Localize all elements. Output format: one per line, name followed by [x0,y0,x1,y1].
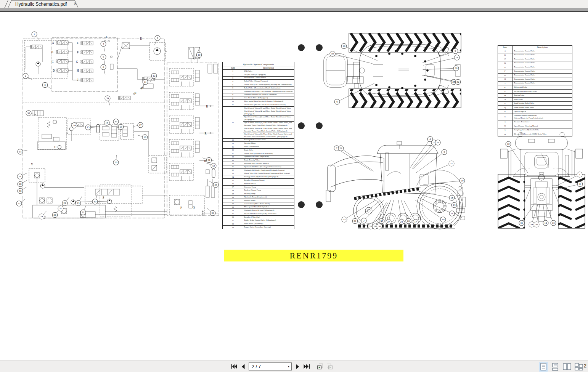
schematic-letter-label: K [140,37,142,40]
component-row: 2Creeper Valve (If Equipped) [223,73,294,76]
legend-description: Quick Couplers [512,109,572,114]
callout-leader [206,163,211,165]
component-item: 15 [223,145,243,149]
next-view-button[interactable] [326,362,333,371]
media-number-banner: RENR1799 [224,250,403,261]
component-row: 6Relief Valve (Transmission Clutch Lubri… [223,86,294,90]
component-row: 33Three-point Hitch Lift Cylinders [223,205,294,209]
tab-close-icon[interactable]: ✕ [74,2,77,6]
component-item: 36 [223,215,243,219]
component-item: 11 [223,103,243,106]
schematic-letter-label: B [51,50,53,54]
component-description: Breather (Filler Cap) [243,215,294,219]
next-view-icon [326,363,333,370]
registration-dot [298,122,305,129]
component-item: 3 [223,76,243,80]
component-row: 18Hydraulic Oil Filter (Implement) [223,155,294,159]
callout-leader [91,128,96,128]
component-row: 7Hydraulic Oil Cooler (Steering and Tran… [223,90,294,93]
legend-description: Pressure Transducer [512,120,572,124]
legend-row: RQuick Couplers [498,109,572,114]
component-item: 7 [223,90,243,93]
legend-row: MBearing Lube [498,93,572,98]
component-row: 22Hydraulic Oil Cooler (Implement Hydrau… [223,168,294,172]
callout-leader [424,75,455,82]
component-description: Hyd. Control Valves (4), Three-Point Hit… [243,127,294,133]
single-page-view-button[interactable] [539,362,548,372]
legend-item: Q [498,106,512,110]
component-row: 10Three-point Hitch Steering Cylinders (… [223,100,294,103]
continuous-scroll-view-button[interactable] [551,362,560,372]
component-row: 13Parking Brake Control Valve [223,138,294,142]
callout-number: 19 [120,125,122,128]
callout-number: 34 [530,223,533,226]
page-number-combobox[interactable]: 2 / 7 ▼ [249,362,292,370]
first-page-icon [231,364,237,369]
component-item: 27 [223,185,243,189]
component-row: 24Ecology Drain (Hydraulic Oil) (If Equi… [223,175,294,179]
tab-title[interactable]: Hydraulic Schematics.pdf [15,2,67,7]
callout-leader [22,187,27,189]
callout-number: 36 [19,189,22,192]
callout-leader [138,135,142,137]
next-page-button[interactable] [294,362,301,371]
callout-number: 6 [103,66,104,68]
callout-leader [22,180,27,183]
callout-number: 5 [103,55,104,58]
component-description: Check Valve (Oil Cooler Bypass) (Impleme… [243,172,294,175]
legend-description: Elevated Oil Reservoir (EOR) [512,89,572,93]
component-row: 16Brake Valve [223,148,294,152]
callout-leader [401,200,408,218]
component-row: 26Suction Screen [223,182,294,185]
callout-leader [347,200,375,218]
callout-leader [422,75,451,82]
component-row: 31Ecology Bottle [223,199,294,202]
callout-leader [23,150,28,151]
two-page-scroll-view-button[interactable] [574,362,583,372]
legend-row: DTransmission Control Valve [498,61,572,65]
callout-number: 15 [87,126,90,128]
previous-view-button[interactable] [317,362,324,371]
legend-description: Transmission Control Valve [512,65,572,69]
component-item: 17 [223,152,243,155]
legend-description: Transmission Control Valve [512,77,572,82]
two-page-view-button[interactable] [562,362,572,372]
component-row: 28Tandem Charge Pump [223,189,294,192]
page-number-value: 2 / 7 [249,364,286,369]
component-description: Steering Pump [243,192,294,196]
component-item: 29 [223,192,243,196]
callout-number: 4 [429,138,431,140]
component-description: Trailer Brake Control Valve (If Equipped… [243,219,294,222]
legend-item: S [498,114,512,120]
callout-number: 25 [18,202,21,205]
component-item: 14 [223,142,243,145]
component-description: Hydraulic Motor Case Drain (If Equipped) [243,93,294,96]
callout-leader [79,196,82,200]
component-item: 38 [223,222,243,226]
legend-item: M [498,93,512,98]
component-description: Three-point Hitch Steering Cylinders (If… [243,100,294,103]
component-description: Check Valve (Oil Cooler Bypass) (Steerin… [243,83,294,87]
component-row: 32Accumulator (Three-Point Hitch) [223,202,294,205]
legend-row: WElevated Oil Reservoir (EOR) Drain Valv… [498,132,572,136]
schematic-letter-label: M [141,87,143,90]
callout-number: 23 [437,141,439,144]
component-description: Hydraulic Oil Filter (Implement) [243,155,294,159]
first-page-button[interactable] [230,362,237,371]
last-page-button[interactable] [303,362,310,371]
single-page-view-icon [540,363,546,370]
legend-item: L [498,89,512,93]
pdf-page: 1234568101112393813141516193517182021283… [0,12,588,360]
callout-number: 17 [414,220,417,223]
schematic-letter-label: R [204,159,206,163]
media-number-text: RENR1799 [290,251,338,261]
component-row: 12Hyd. Control Valves (3) and Three-Poin… [223,106,294,110]
component-item: 1 [223,70,243,73]
callout-number: 31 [521,221,523,224]
previous-page-button[interactable] [239,362,246,371]
component-description: Check Valve (Elevated Oil Reservoir) [243,152,294,155]
callout-number: 28 [19,183,22,185]
callout-leader [423,58,454,66]
registration-dot [316,122,323,129]
callout-number: 24 [400,220,403,223]
